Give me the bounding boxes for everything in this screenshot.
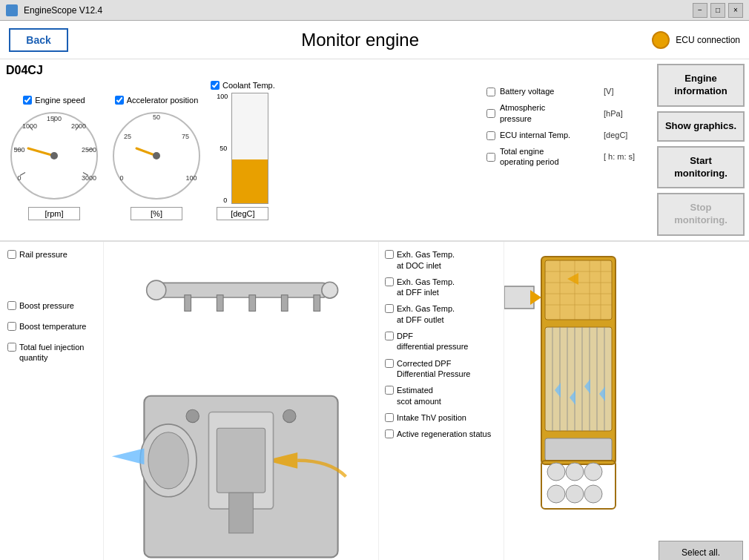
stop-monitoring-button[interactable]: Stop monitoring. — [657, 193, 745, 236]
top-section: D04CJ Engine speed — [0, 59, 749, 241]
title-bar-title: EngineScope V12.4 — [24, 5, 102, 16]
exh-dpf-outlet-row: Exh. Gas Temp.at DFF outlet — [385, 303, 498, 325]
battery-sensor-row: Battery voltage [V] — [486, 86, 648, 96]
vehicle-id: D04CJ — [6, 64, 476, 77]
coolant-label-row: Coolant Temp. — [211, 80, 275, 90]
corrected-dpf-checkbox[interactable] — [385, 359, 394, 368]
engine-period-label: Total engineoperating period — [500, 146, 599, 168]
boost-pressure-checkbox[interactable] — [7, 301, 16, 310]
boost-temp-checkbox[interactable] — [7, 322, 16, 331]
svg-rect-43 — [504, 286, 534, 309]
svg-point-24 — [153, 152, 160, 159]
ecu-temp-unit: [degC] — [604, 131, 648, 139]
exh-dpf-inlet-checkbox[interactable] — [385, 277, 394, 286]
boost-temp-row: Boost temperature — [7, 321, 96, 332]
estimated-scot-label: Estimatedscot amount — [397, 385, 441, 406]
fuel-injection-label: Total fuel injection quantity — [19, 342, 96, 363]
close-btn[interactable]: × — [728, 3, 743, 18]
action-buttons: Engine information Show graphics. Start … — [653, 59, 749, 240]
ecu-temp-checkbox[interactable] — [486, 131, 495, 140]
active-regen-label: Active regeneration status — [397, 429, 491, 439]
rail-pressure-checkbox[interactable] — [7, 250, 16, 259]
engine-period-unit: [ h: m: s] — [604, 152, 648, 161]
maximize-btn[interactable]: □ — [710, 3, 725, 18]
svg-rect-25 — [152, 283, 329, 298]
rail-pressure-label: Rail pressure — [19, 249, 67, 260]
svg-point-73 — [547, 485, 565, 503]
svg-text:3000: 3000 — [82, 174, 96, 182]
coolant-value: [degC] — [217, 207, 268, 220]
accelerator-dial: 0 25 50 75 100 — [108, 108, 205, 204]
engine-speed-value: [rpm] — [28, 207, 80, 220]
svg-point-41 — [186, 409, 199, 422]
minimize-btn[interactable]: − — [693, 3, 707, 18]
svg-rect-56 — [545, 327, 612, 431]
coolant-checkbox[interactable] — [211, 81, 220, 90]
svg-point-71 — [566, 463, 584, 481]
dpf-diagram — [504, 242, 653, 560]
engine-svg — [104, 242, 378, 560]
estimated-scot-checkbox[interactable] — [385, 386, 394, 395]
boost-pressure-row: Boost pressure — [7, 300, 96, 311]
engine-speed-label-row: Engine speed — [23, 95, 85, 105]
engine-speed-checkbox[interactable] — [23, 96, 32, 105]
engine-speed-gauge: Engine speed 0 500 — [6, 95, 102, 220]
svg-point-27 — [322, 283, 338, 299]
battery-checkbox[interactable] — [486, 88, 495, 96]
svg-rect-32 — [314, 295, 320, 312]
atmospheric-unit: [hPa] — [604, 109, 648, 118]
svg-point-75 — [584, 485, 602, 503]
back-button[interactable]: Back — [9, 28, 68, 52]
accelerator-label-row: Accelerator position — [115, 95, 199, 105]
intake-thv-row: Intake ThV position — [385, 412, 498, 423]
select-all-button[interactable]: Select all. — [659, 541, 743, 560]
svg-marker-44 — [530, 290, 541, 305]
dpf-diff-pressure-checkbox[interactable] — [385, 332, 394, 340]
corrected-dpf-label: Corrected DPFDifferential Pressure — [397, 358, 470, 380]
engine-info-button[interactable]: Engine information — [657, 64, 745, 107]
exh-dpf-inlet-label: Exh. Gas Temp.at DFF inlet — [397, 277, 455, 298]
exh-doc-inlet-row: Exh. Gas Temp.at DOC inlet — [385, 249, 498, 271]
svg-point-72 — [584, 463, 602, 481]
dpf-svg — [504, 242, 653, 524]
page-title: Monitor engine — [68, 30, 652, 50]
main-content: D04CJ Engine speed — [0, 59, 749, 560]
ecu-label: ECU connection — [676, 35, 740, 45]
start-monitoring-button[interactable]: Start monitoring. — [657, 146, 745, 189]
svg-point-74 — [566, 485, 584, 503]
svg-rect-46 — [545, 260, 612, 320]
window-controls[interactable]: − □ × — [693, 3, 743, 18]
active-regen-checkbox[interactable] — [385, 429, 394, 438]
svg-point-70 — [547, 463, 565, 481]
accelerator-value: [%] — [131, 207, 182, 220]
svg-point-42 — [283, 409, 296, 422]
accelerator-checkbox[interactable] — [115, 96, 124, 105]
ecu-temp-label: ECU internal Temp. — [500, 130, 599, 140]
intake-thv-checkbox[interactable] — [385, 413, 394, 422]
battery-label: Battery voltage — [500, 86, 599, 96]
engine-period-checkbox[interactable] — [486, 153, 495, 162]
accelerator-label: Accelerator position — [127, 96, 199, 105]
svg-text:25: 25 — [124, 133, 131, 140]
coolant-unit: [degC] — [231, 209, 254, 218]
atmospheric-checkbox[interactable] — [486, 109, 495, 118]
accelerator-gauge: Accelerator position 0 25 50 75 100 — [108, 95, 205, 220]
show-graphics-button[interactable]: Show graphics. — [657, 111, 745, 142]
engine-diagram — [104, 242, 378, 560]
svg-rect-69 — [545, 438, 612, 461]
atmospheric-sensor-row: Atmosphericpressure [hPa] — [486, 102, 648, 124]
exh-doc-inlet-checkbox[interactable] — [385, 250, 394, 259]
estimated-scot-row: Estimatedscot amount — [385, 385, 498, 406]
fuel-injection-row: Total fuel injection quantity — [7, 342, 96, 363]
exh-dpf-outlet-checkbox[interactable] — [385, 304, 394, 313]
top-right: Battery voltage [V] Atmosphericpressure … — [482, 59, 749, 240]
engine-speed-label: Engine speed — [35, 96, 85, 105]
fuel-injection-checkbox[interactable] — [7, 343, 16, 352]
accelerator-unit: [%] — [151, 209, 162, 218]
svg-text:0: 0 — [119, 174, 123, 182]
header: Back Monitor engine ECU connection — [0, 21, 749, 59]
coolant-bar — [231, 93, 268, 204]
corrected-dpf-row: Corrected DPFDifferential Pressure — [385, 358, 498, 380]
svg-rect-31 — [281, 295, 288, 312]
boost-pressure-label: Boost pressure — [19, 300, 74, 311]
